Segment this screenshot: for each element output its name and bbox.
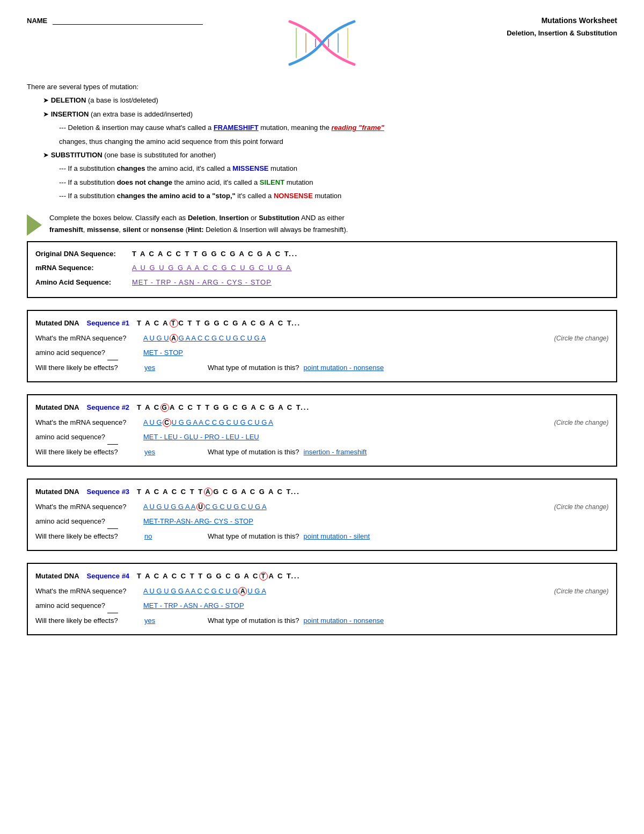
- sub3-bold: changes the amino acid to a "stop,": [117, 192, 236, 200]
- mutation3-label: Mutated DNA: [35, 485, 79, 499]
- worksheet-subtitle: Deletion, Insertion & Substitution: [507, 29, 617, 37]
- mutation4-type-answer: point mutation - nonsense: [304, 614, 411, 628]
- mutation4-mrna-label: What's the mRNA sequence?: [35, 584, 140, 598]
- mutation1-effects-label: Will there likely be effects?: [35, 361, 140, 375]
- original-dna-label: Original DNA Sequence:: [35, 248, 127, 261]
- mutation2-effects-row: Will there likely be effects? yes What t…: [35, 445, 609, 459]
- mutation2-label: Mutated DNA: [35, 401, 79, 415]
- mutation3-effects-answer: no: [144, 530, 203, 543]
- frameshift-note1: --- Deletion & insertion may cause what'…: [59, 124, 214, 132]
- silent-word: SILENT: [260, 178, 284, 186]
- mutation1-amino-row: amino acid sequence? MET - STOP: [35, 346, 609, 360]
- mutation1-effects-answer: yes: [144, 361, 203, 375]
- sub3-line: --- If a substitution changes the amino …: [59, 190, 617, 202]
- mutation3-amino-row: amino acid sequence? MET-TRP-ASN- ARG- C…: [35, 514, 609, 529]
- original-amino-seq: MET - TRP - ASN - ARG - CYS - STOP: [132, 276, 272, 289]
- mutation4-header: Mutated DNA Sequence #4 T A C A C C T T …: [35, 569, 609, 583]
- mutation4-type-label: What type of mutation is this?: [208, 614, 299, 628]
- mutation2-effects-answer: yes: [144, 445, 203, 459]
- mutation3-effects-row: Will there likely be effects? no What ty…: [35, 530, 609, 543]
- mutation1-amino-label: amino acid sequence?: [35, 346, 140, 360]
- substitution-label: SUBSTITUTION: [51, 151, 103, 159]
- original-mrna-row: mRNA Sequence: A U G U G G A A C C G C U…: [35, 262, 609, 275]
- mutation1-label: Mutated DNA: [35, 316, 79, 330]
- mutation3-mrna-circled: U: [196, 503, 205, 511]
- mutation1-mrna-circled: A: [170, 334, 178, 343]
- missense-word: MISSENSE: [232, 164, 268, 172]
- nonsense-word: NONSENSE: [274, 192, 313, 200]
- mutation2-mrna-label: What's the mRNA sequence?: [35, 416, 140, 430]
- sub1-line: --- If a substitution changes the amino …: [59, 162, 617, 175]
- instruction-block: Complete the boxes below. Classify each …: [27, 212, 617, 236]
- frameshift-word: FRAMESHIFT: [214, 124, 259, 132]
- mutation4-amino-answer: MET - TRP - ASN - ARG - STOP: [143, 599, 244, 613]
- original-dna-box: Original DNA Sequence: T A C A C C T T G…: [27, 241, 617, 298]
- sub2-bold: does not change: [117, 178, 172, 186]
- mutation1-mrna-answer: A U G UAG A A C C G C U G C U G A: [143, 331, 266, 345]
- mutation4-dna-seq: T A C A C C T T G G C G A CTA C T...: [137, 569, 300, 583]
- mutation4-effects-label: Will there likely be effects?: [35, 614, 140, 628]
- mutation4-mrna-row: What's the mRNA sequence? A U G U G G A …: [35, 584, 609, 598]
- mutation3-circled: A: [204, 488, 213, 496]
- mutation2-box: Mutated DNA Sequence #2 T A CGA C C T T …: [27, 394, 617, 467]
- mutation2-type-label: What type of mutation is this?: [208, 445, 299, 459]
- mutation3-dna-seq: T A C A C C T TAG C G A C G A C T...: [137, 485, 300, 499]
- original-dna-row: Original DNA Sequence: T A C A C C T T G…: [35, 248, 609, 261]
- mutation3-seq-label: Sequence #3: [87, 485, 130, 499]
- mutation2-mrna-answer: A U GCU G G A A C C G C U G C U G A: [143, 416, 273, 430]
- mutation3-effects-label: Will there likely be effects?: [35, 530, 140, 543]
- mutation1-header: Mutated DNA Sequence #1 T A C ATC T T G …: [35, 316, 609, 330]
- deletion-line: ➤ DELETION (a base is lost/deleted): [43, 94, 617, 106]
- mutation1-effects-row: Will there likely be effects? yes What t…: [35, 361, 609, 375]
- reading-frame-word: reading "frame": [332, 124, 384, 132]
- frameshift-cont: changes, thus changing the amino acid se…: [59, 135, 617, 148]
- mutation4-circle-note: (Circle the change): [554, 585, 609, 598]
- mutation4-box: Mutated DNA Sequence #4 T A C A C C T T …: [27, 563, 617, 635]
- mutation4-circled: T: [259, 572, 268, 581]
- mutation1-type-label: What type of mutation is this?: [208, 361, 299, 375]
- insertion-line: ➤ INSERTION (an extra base is added/inse…: [43, 108, 617, 120]
- insertion-label: INSERTION: [51, 110, 89, 118]
- mutation3-circle-note: (Circle the change): [554, 501, 609, 513]
- mutation4-effects-answer: yes: [144, 614, 203, 628]
- mutation2-circled: G: [160, 403, 169, 412]
- mutation1-dna-seq: T A C ATC T T G G C G A C G A C T...: [137, 316, 301, 330]
- mutation4-amino-row: amino acid sequence? MET - TRP - ASN - A…: [35, 599, 609, 613]
- name-underline: [53, 16, 203, 25]
- original-mrna-seq: A U G U G G A A C C G C U G C U G A: [132, 262, 292, 275]
- mutation3-amino-label: amino acid sequence?: [35, 514, 140, 529]
- mutation3-header: Mutated DNA Sequence #3 T A C A C C T TA…: [35, 485, 609, 499]
- name-label: NAME: [27, 17, 47, 25]
- mutation2-amino-row: amino acid sequence? MET - LEU - GLU - P…: [35, 430, 609, 445]
- mutation2-dna-seq: T A CGA C C T T G G C G A C G A C T...: [137, 401, 310, 415]
- mutation2-header: Mutated DNA Sequence #2 T A CGA C C T T …: [35, 401, 609, 415]
- mutation4-label: Mutated DNA: [35, 569, 79, 583]
- mutation3-type-label: What type of mutation is this?: [208, 530, 299, 543]
- mutation3-type-answer: point mutation - silent: [304, 530, 411, 543]
- substitution-line: ➤ SUBSTITUTION (one base is substituted …: [43, 149, 617, 161]
- mutation2-mrna-row: What's the mRNA sequence? A U GCU G G A …: [35, 416, 609, 430]
- deletion-desc: (a base is lost/deleted): [88, 96, 158, 104]
- mutation1-circled: T: [170, 319, 178, 328]
- substitution-desc: (one base is substituted for another): [104, 151, 216, 159]
- instruction-text: Complete the boxes below. Classify each …: [49, 212, 348, 236]
- original-amino-label: Amino Acid Sequence:: [35, 276, 127, 289]
- mutation1-circle-note: (Circle the change): [554, 332, 609, 345]
- mutation2-mrna-circled: C: [163, 418, 171, 427]
- original-dna-seq: T A C A C C T T G G C G A C G A C T...: [132, 248, 298, 261]
- mutation4-mrna-answer: A U G U G G A A C C G C U GAU G A: [143, 584, 266, 598]
- arrow-icon: [27, 214, 42, 236]
- mutation2-amino-label: amino acid sequence?: [35, 430, 140, 445]
- mutation1-amino-answer: MET - STOP: [143, 346, 183, 360]
- mutation3-mrna-row: What's the mRNA sequence? A U G U G G A …: [35, 500, 609, 514]
- intro-line1: There are several types of mutation:: [27, 81, 617, 93]
- dna-icon: [274, 16, 370, 70]
- mutation3-mrna-label: What's the mRNA sequence?: [35, 500, 140, 514]
- frameshift-note2: mutation, meaning the: [259, 124, 332, 132]
- sub1-bold: changes: [117, 164, 145, 172]
- mutation3-amino-answer: MET-TRP-ASN- ARG- CYS - STOP: [143, 514, 253, 528]
- mutation2-type-answer: insertion - frameshift: [304, 445, 411, 459]
- intro-section: There are several types of mutation: ➤ D…: [27, 81, 617, 202]
- original-mrna-label: mRNA Sequence:: [35, 262, 127, 275]
- mutation4-seq-label: Sequence #4: [87, 569, 130, 583]
